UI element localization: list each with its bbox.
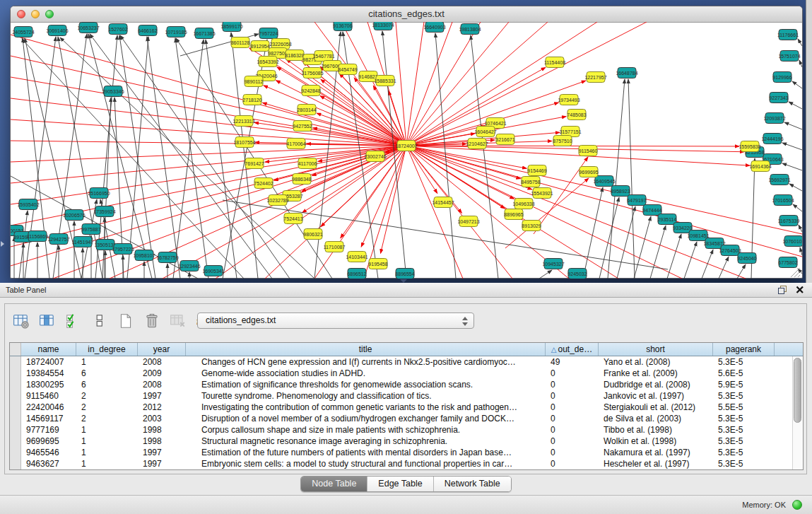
table-cell[interactable]: de Silva et al. (2003) bbox=[599, 413, 713, 424]
graph-node[interactable]: 9154469 bbox=[527, 165, 546, 176]
table-cell[interactable]: 0 bbox=[546, 368, 599, 379]
float-button[interactable] bbox=[777, 285, 787, 295]
graph-node[interactable]: 8495758 bbox=[521, 177, 540, 187]
graph-node[interactable]: 17359924 bbox=[93, 206, 115, 217]
graph-node[interactable]: 11156869 bbox=[27, 231, 48, 242]
table-cell[interactable]: 9699695 bbox=[21, 436, 76, 447]
graph-node[interactable]: 6775802 bbox=[778, 257, 797, 268]
graph-node[interactable]: 8601128 bbox=[231, 37, 250, 48]
table-cell[interactable]: Tourette syndrome. Phenomenology and cla… bbox=[186, 390, 546, 402]
graph-node[interactable]: 12104627 bbox=[466, 139, 488, 149]
table-cell[interactable]: 2 bbox=[76, 390, 138, 402]
graph-node[interactable]: 9699695 bbox=[579, 167, 598, 177]
table-row[interactable]: 1872400712008Changes of HCN gene express… bbox=[10, 356, 803, 368]
graph-node[interactable]: 2803144 bbox=[297, 105, 316, 115]
graph-node[interactable]: 7524413 bbox=[283, 214, 302, 224]
graph-node[interactable]: 10719185 bbox=[165, 27, 187, 37]
select-visible-button[interactable] bbox=[64, 312, 83, 330]
graph-node[interactable]: 9245032 bbox=[567, 269, 587, 279]
table-cell[interactable]: 5.6E-5 bbox=[713, 368, 775, 379]
table-cell[interactable]: 5.3E-5 bbox=[713, 424, 775, 436]
graph-node[interactable]: 14103441 bbox=[346, 252, 367, 262]
graph-node[interactable]: 9129966 bbox=[772, 72, 792, 83]
table-cell[interactable]: Investigating the contribution of common… bbox=[186, 402, 546, 413]
table-cell[interactable]: 1998 bbox=[138, 436, 186, 447]
graph-node[interactable]: 16648784 bbox=[616, 68, 637, 78]
graph-node[interactable]: 10232789 bbox=[266, 195, 288, 206]
graph-node[interactable]: 9136706 bbox=[333, 22, 352, 31]
table-row[interactable]: 1938455462009Genome-wide association stu… bbox=[10, 368, 803, 379]
graph-node[interactable]: 10945327 bbox=[542, 259, 564, 269]
table-cell[interactable]: 5.5E-5 bbox=[713, 402, 775, 413]
table-cell[interactable]: Wolkin et al. (1998) bbox=[599, 436, 713, 447]
window-resize-grip[interactable] bbox=[791, 268, 800, 277]
graph-node[interactable]: 15751074 bbox=[778, 51, 800, 62]
graph-node[interactable]: 9975887 bbox=[81, 224, 100, 235]
table-cell[interactable]: 2008 bbox=[138, 379, 186, 390]
graph-node[interactable]: 12093872 bbox=[763, 113, 785, 124]
table-cell[interactable]: Estimation of significance thresholds fo… bbox=[186, 379, 546, 390]
table-cell[interactable]: Disruption of a novel member of a sodium… bbox=[186, 413, 546, 424]
graph-node[interactable]: 9195458 bbox=[368, 259, 387, 269]
tab-network-table[interactable]: Network Table bbox=[434, 477, 511, 491]
graph-node[interactable]: 16046427 bbox=[474, 127, 496, 137]
tab-edge-table[interactable]: Edge Table bbox=[367, 477, 433, 491]
graph-node[interactable]: 20206576 bbox=[63, 210, 85, 221]
table-cell[interactable]: 0 bbox=[546, 402, 599, 413]
table-cell[interactable]: 2003 bbox=[138, 413, 186, 424]
table-cell[interactable]: Jankovic et al. (1997) bbox=[599, 390, 713, 402]
column-header-pagerank[interactable]: pagerank bbox=[713, 343, 775, 356]
graph-node[interactable]: 8186328 bbox=[285, 50, 304, 61]
graph-node[interactable]: 4170064 bbox=[286, 139, 305, 149]
table-cell[interactable]: 1 bbox=[76, 356, 138, 368]
delete-column-button[interactable] bbox=[143, 312, 161, 330]
show-columns-button[interactable] bbox=[38, 312, 57, 330]
graph-node[interactable]: 8896554 bbox=[395, 269, 414, 279]
table-cell[interactable]: 6 bbox=[76, 368, 138, 379]
graph-node[interactable]: 2718120 bbox=[242, 95, 261, 105]
graph-node[interactable]: 29053346 bbox=[102, 86, 124, 97]
table-cell[interactable]: 2008 bbox=[138, 356, 186, 368]
graph-node[interactable]: 23002746 bbox=[364, 151, 386, 162]
graph-node[interactable]: 24055724 bbox=[12, 27, 34, 37]
graph-node[interactable]: 15885331 bbox=[374, 76, 396, 86]
vertical-scrollbar[interactable] bbox=[792, 356, 803, 469]
graph-node[interactable]: 25166950 bbox=[88, 188, 110, 199]
nodes-layer[interactable]: 2405572430691406106532371527602646616210… bbox=[11, 22, 802, 279]
table-cell[interactable]: 18300295 bbox=[21, 379, 76, 390]
table-cell[interactable]: 5.3E-5 bbox=[713, 436, 775, 447]
graph-node[interactable]: 1527602 bbox=[108, 24, 127, 35]
table-cell[interactable]: 5.3E-5 bbox=[713, 413, 775, 424]
graph-node[interactable]: 15543921 bbox=[531, 188, 553, 199]
graph-node[interactable]: 11710087 bbox=[324, 242, 346, 252]
table-cell[interactable]: 9463627 bbox=[21, 458, 76, 469]
network-window-titlebar[interactable]: citations_edges.txt bbox=[11, 6, 802, 23]
table-cell[interactable]: 2 bbox=[76, 413, 138, 424]
table-cell[interactable]: 0 bbox=[546, 424, 599, 436]
table-cell[interactable]: Hescheler et al. (1997) bbox=[599, 458, 713, 469]
graph-node[interactable]: 19813804 bbox=[459, 24, 481, 35]
table-cell[interactable]: 0 bbox=[546, 447, 599, 458]
table-row[interactable]: 946362711997Embryonic stem cells: a mode… bbox=[10, 458, 803, 469]
table-cell[interactable]: 1997 bbox=[138, 447, 186, 458]
graph-node[interactable]: 10958107 bbox=[133, 250, 155, 261]
table-cell[interactable]: 0 bbox=[546, 390, 599, 402]
table-row[interactable]: 1830029562008Estimation of significance … bbox=[10, 379, 803, 390]
graph-node[interactable]: 15595838 bbox=[739, 141, 760, 152]
graph-node[interactable]: 16914364 bbox=[749, 161, 771, 172]
graph-node[interactable]: 7691427 bbox=[245, 158, 264, 169]
graph-node[interactable]: 10497213 bbox=[457, 216, 479, 227]
graph-node[interactable]: 12923446 bbox=[178, 261, 200, 271]
graph-node[interactable]: 3216671 bbox=[495, 134, 514, 145]
graph-node[interactable]: 12213313 bbox=[233, 116, 254, 127]
graph-node[interactable]: 15692971 bbox=[768, 175, 790, 185]
graph-node[interactable]: 14154457 bbox=[432, 197, 454, 208]
table-cell[interactable]: 18724007 bbox=[21, 356, 76, 368]
graph-node[interactable]: 9806321 bbox=[303, 229, 322, 240]
table-cell[interactable]: 1998 bbox=[138, 424, 186, 436]
table-cell[interactable]: Corpus callosum shape and size in male p… bbox=[186, 424, 546, 436]
column-header-in_degree[interactable]: in_degree bbox=[76, 343, 138, 356]
collapse-arrow-icon[interactable] bbox=[1, 241, 4, 247]
table-cell[interactable]: 9465546 bbox=[21, 447, 76, 458]
graph-node[interactable]: 7957224 bbox=[259, 28, 278, 39]
